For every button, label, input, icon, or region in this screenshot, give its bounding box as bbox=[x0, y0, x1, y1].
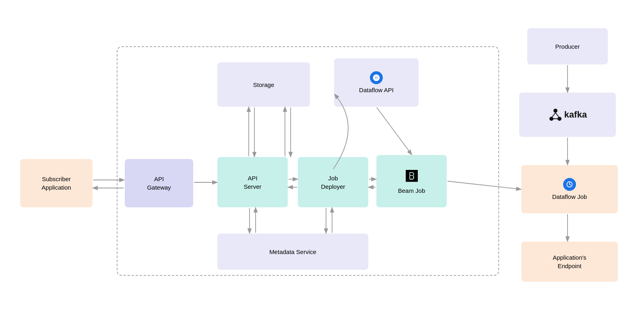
app-endpoint-label: Application'sEndpoint bbox=[553, 253, 586, 270]
kafka-box: kafka bbox=[519, 93, 616, 137]
dataflow-job-label: Dataflow Job bbox=[552, 192, 587, 201]
metadata-service-label: Metadata Service bbox=[269, 248, 316, 256]
dataflow-api-icon bbox=[370, 71, 383, 84]
job-deployer-label: JobDeployer bbox=[321, 174, 345, 191]
svg-line-5 bbox=[555, 113, 559, 117]
kafka-logo: kafka bbox=[548, 107, 587, 122]
api-server-box: APIServer bbox=[217, 157, 288, 207]
svg-point-1 bbox=[553, 109, 557, 113]
producer-label: Producer bbox=[555, 42, 580, 51]
api-server-label: APIServer bbox=[244, 174, 261, 191]
beam-icon: 🅱 bbox=[406, 168, 418, 185]
svg-line-4 bbox=[552, 113, 555, 117]
architecture-diagram: SubscriberApplication APIGateway Storage… bbox=[8, 6, 636, 304]
dataflow-job-box: Dataflow Job bbox=[521, 165, 618, 213]
metadata-service-box: Metadata Service bbox=[217, 234, 368, 270]
dataflow-api-box: Dataflow API bbox=[334, 58, 419, 107]
dataflow-api-label: Dataflow API bbox=[359, 86, 394, 94]
api-gateway-label: APIGateway bbox=[147, 175, 171, 192]
beam-job-box: 🅱 Beam Job bbox=[376, 155, 447, 207]
subscriber-application-box: SubscriberApplication bbox=[20, 159, 93, 207]
job-deployer-box: JobDeployer bbox=[298, 157, 368, 207]
producer-box: Producer bbox=[527, 28, 608, 64]
svg-point-0 bbox=[376, 76, 378, 79]
dataflow-job-icon bbox=[563, 178, 576, 191]
app-endpoint-box: Application'sEndpoint bbox=[521, 242, 618, 282]
storage-label: Storage bbox=[253, 81, 275, 89]
subscriber-application-label: SubscriberApplication bbox=[41, 175, 71, 192]
api-gateway-box: APIGateway bbox=[125, 159, 193, 207]
beam-job-label: Beam Job bbox=[398, 186, 425, 195]
storage-box: Storage bbox=[217, 62, 310, 107]
